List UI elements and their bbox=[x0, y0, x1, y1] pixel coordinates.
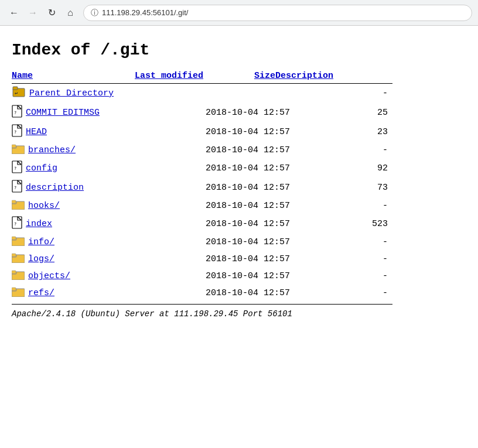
file-link[interactable]: COMMIT_EDITMSG bbox=[26, 108, 100, 118]
file-table: Name Last modified Size Description bbox=[12, 71, 392, 83]
footer-text: Apache/2.4.18 (Ubuntu) Server at 111.198… bbox=[12, 309, 466, 319]
file-link[interactable]: refs/ bbox=[28, 288, 54, 298]
file-date-cell: 2018-10-04 12:57 bbox=[206, 214, 357, 234]
svg-text:?: ? bbox=[14, 222, 16, 227]
svg-rect-29 bbox=[12, 254, 16, 257]
file-name-cell: objects/ bbox=[12, 268, 206, 285]
file-link[interactable]: config bbox=[26, 163, 57, 173]
file-name-cell: logs/ bbox=[12, 251, 206, 268]
folder-icon bbox=[12, 286, 25, 300]
svg-text:↩: ↩ bbox=[15, 90, 18, 96]
svg-text:?: ? bbox=[14, 166, 16, 171]
url-text: 111.198.29.45:56101/.git/ bbox=[102, 8, 188, 17]
file-size-cell: 25 bbox=[357, 103, 392, 122]
table-row: ? index 2018-10-04 12:57523 bbox=[12, 214, 392, 234]
table-row: ? COMMIT_EDITMSG 2018-10-04 12:5725 bbox=[12, 103, 392, 122]
file-size-cell: 523 bbox=[357, 214, 392, 234]
file-link[interactable]: HEAD bbox=[26, 127, 47, 137]
file-date-cell: 2018-10-04 12:57 bbox=[206, 159, 357, 178]
folder-icon bbox=[12, 199, 25, 213]
unknown-icon: ? bbox=[12, 180, 22, 196]
file-date-cell bbox=[206, 84, 357, 103]
svg-rect-11 bbox=[12, 145, 16, 148]
file-date-cell: 2018-10-04 12:57 bbox=[206, 142, 357, 159]
file-name-cell: info/ bbox=[12, 234, 206, 251]
file-size-cell: 23 bbox=[357, 122, 392, 142]
file-link[interactable]: objects/ bbox=[28, 271, 70, 281]
table-row: hooks/ 2018-10-04 12:57- bbox=[12, 197, 392, 214]
page-title: Index of /.git bbox=[12, 41, 466, 59]
file-size-cell: - bbox=[357, 84, 392, 103]
file-date-cell: 2018-10-04 12:57 bbox=[206, 197, 357, 214]
file-name-cell: ? HEAD bbox=[12, 122, 206, 142]
home-button[interactable]: ⌂ bbox=[62, 5, 78, 21]
svg-text:?: ? bbox=[14, 111, 16, 115]
svg-rect-20 bbox=[12, 200, 16, 203]
unknown-icon: ? bbox=[12, 105, 22, 121]
page-content: Index of /.git Name Last modified Size D… bbox=[0, 26, 478, 330]
file-date-cell: 2018-10-04 12:57 bbox=[206, 178, 357, 197]
reload-button[interactable]: ↻ bbox=[43, 5, 60, 21]
svg-rect-35 bbox=[12, 288, 16, 290]
file-name-cell: ? config bbox=[12, 159, 206, 178]
info-icon: ⓘ bbox=[91, 8, 98, 18]
col-header-last-modified[interactable]: Last modified bbox=[135, 71, 240, 83]
col-header-name[interactable]: Name bbox=[12, 71, 135, 83]
table-row: logs/ 2018-10-04 12:57- bbox=[12, 251, 392, 268]
file-name-cell: refs/ bbox=[12, 285, 206, 302]
file-name-cell: branches/ bbox=[12, 142, 206, 159]
file-link[interactable]: description bbox=[26, 183, 84, 193]
unknown-icon: ? bbox=[12, 160, 22, 176]
file-link[interactable]: hooks/ bbox=[28, 201, 60, 211]
file-size-cell: 73 bbox=[357, 178, 392, 197]
unknown-icon: ? bbox=[12, 124, 22, 140]
file-size-cell: - bbox=[357, 142, 392, 159]
col-header-description[interactable]: Description bbox=[275, 71, 392, 83]
file-list-table: ↩ Parent Directory - ? COMMIT_EDITMSG 20… bbox=[12, 84, 392, 302]
footer-separator bbox=[12, 304, 392, 305]
backdir-icon: ↩ bbox=[12, 86, 26, 101]
address-bar[interactable]: ⓘ 111.198.29.45:56101/.git/ bbox=[83, 5, 472, 21]
table-row: objects/ 2018-10-04 12:57- bbox=[12, 268, 392, 285]
folder-icon bbox=[12, 235, 25, 249]
file-link[interactable]: logs/ bbox=[28, 254, 54, 264]
file-size-cell: - bbox=[357, 268, 392, 285]
nav-buttons: ← → ↻ ⌂ bbox=[6, 5, 78, 21]
svg-rect-26 bbox=[12, 237, 16, 240]
table-row: ? description 2018-10-04 12:5773 bbox=[12, 178, 392, 197]
svg-rect-1 bbox=[13, 87, 18, 90]
file-size-cell: - bbox=[357, 197, 392, 214]
file-link[interactable]: index bbox=[26, 219, 52, 229]
file-date-cell: 2018-10-04 12:57 bbox=[206, 268, 357, 285]
file-date-cell: 2018-10-04 12:57 bbox=[206, 251, 357, 268]
file-name-cell: ? COMMIT_EDITMSG bbox=[12, 103, 206, 122]
file-link[interactable]: info/ bbox=[28, 237, 54, 247]
table-row: ? HEAD 2018-10-04 12:5723 bbox=[12, 122, 392, 142]
back-button[interactable]: ← bbox=[6, 5, 22, 21]
file-name-cell: ? description bbox=[12, 178, 206, 197]
table-row: ? config 2018-10-04 12:5792 bbox=[12, 159, 392, 178]
table-row: branches/ 2018-10-04 12:57- bbox=[12, 142, 392, 159]
file-size-cell: 92 bbox=[357, 159, 392, 178]
file-size-cell: - bbox=[357, 234, 392, 251]
file-date-cell: 2018-10-04 12:57 bbox=[206, 285, 357, 302]
folder-icon bbox=[12, 143, 25, 157]
table-row: ↩ Parent Directory - bbox=[12, 84, 392, 103]
file-size-cell: - bbox=[357, 251, 392, 268]
file-name-cell: ? index bbox=[12, 214, 206, 234]
forward-button[interactable]: → bbox=[25, 5, 41, 21]
folder-icon bbox=[12, 269, 25, 283]
unknown-icon: ? bbox=[12, 216, 22, 232]
col-header-size[interactable]: Size bbox=[240, 71, 275, 83]
folder-icon bbox=[12, 252, 25, 266]
file-name-cell: ↩ Parent Directory bbox=[12, 84, 206, 103]
file-size-cell: - bbox=[357, 285, 392, 302]
table-row: refs/ 2018-10-04 12:57- bbox=[12, 285, 392, 302]
file-link[interactable]: Parent Directory bbox=[29, 88, 114, 98]
table-row: info/ 2018-10-04 12:57- bbox=[12, 234, 392, 251]
file-link[interactable]: branches/ bbox=[28, 145, 76, 155]
file-date-cell: 2018-10-04 12:57 bbox=[206, 234, 357, 251]
file-name-cell: hooks/ bbox=[12, 197, 206, 214]
file-date-cell: 2018-10-04 12:57 bbox=[206, 103, 357, 122]
svg-rect-32 bbox=[12, 271, 16, 273]
